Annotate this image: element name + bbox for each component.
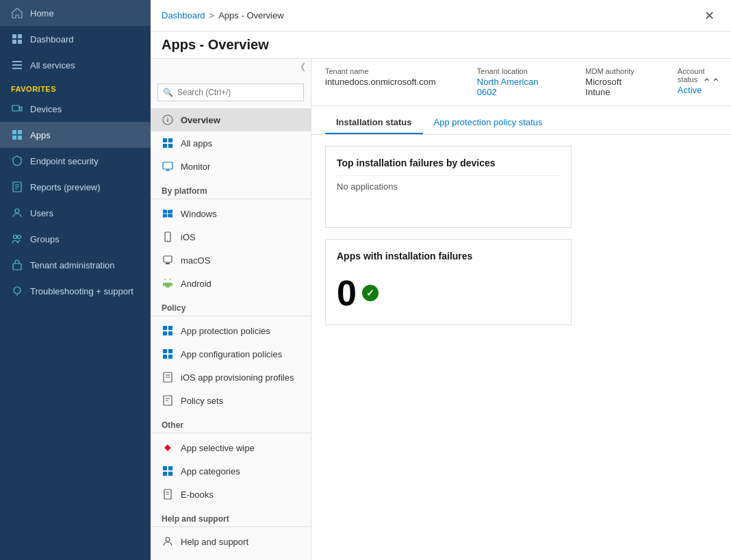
sidebar-item-app-protection[interactable]: App protection policies — [151, 319, 311, 342]
svg-point-17 — [15, 209, 19, 213]
devices-icon — [11, 103, 23, 115]
app-categories-icon — [162, 465, 174, 477]
svg-rect-62 — [163, 472, 167, 476]
grid-icon — [162, 137, 174, 149]
svg-rect-50 — [163, 349, 167, 353]
sidebar-item-app-categories[interactable]: App categories — [151, 459, 311, 483]
nav-item-home[interactable]: Home — [0, 0, 151, 26]
svg-rect-46 — [163, 326, 167, 330]
left-nav: Home Dashboard All services FAVORITES De… — [0, 0, 151, 560]
windows-icon — [162, 207, 174, 220]
svg-rect-1 — [18, 34, 22, 38]
sidebar-item-monitor[interactable]: Monitor — [151, 155, 311, 178]
help-support-label: Help and support — [151, 506, 311, 527]
breadcrumb-separator: > — [209, 10, 215, 21]
monitor-icon — [162, 160, 174, 173]
nav-item-troubleshooting[interactable]: Troubleshooting + support — [0, 278, 151, 304]
svg-line-43 — [170, 279, 171, 280]
svg-rect-6 — [12, 68, 22, 69]
svg-marker-35 — [168, 214, 172, 218]
app-config-icon — [162, 348, 174, 360]
info-icon — [162, 114, 174, 126]
tabs: Installation status App protection polic… — [311, 112, 731, 135]
svg-rect-38 — [164, 256, 172, 262]
svg-marker-32 — [163, 209, 167, 214]
person-icon — [162, 535, 174, 548]
sidebar-item-policy-sets[interactable]: Policy sets — [151, 389, 311, 412]
tenant-name-label: Tenant name — [325, 67, 436, 75]
mdm-authority-value: Microsoft Intune — [585, 77, 637, 97]
wipe-icon — [162, 442, 174, 454]
svg-rect-49 — [168, 331, 172, 335]
sidebar-item-app-config[interactable]: App configuration policies — [151, 342, 311, 366]
sidebar-item-app-selective-wipe[interactable]: App selective wipe — [151, 436, 311, 459]
list-icon — [11, 59, 23, 71]
breadcrumb: Dashboard > Apps - Overview — [162, 10, 284, 21]
nav-item-groups[interactable]: Groups — [0, 226, 151, 252]
svg-rect-5 — [12, 64, 22, 66]
top-bar: Dashboard > Apps - Overview ✕ — [151, 0, 731, 31]
mdm-authority-group: MDM authority Microsoft Intune — [585, 67, 637, 97]
sidebar-item-all-apps[interactable]: All apps — [151, 131, 311, 155]
svg-rect-45 — [168, 285, 170, 288]
collapse-info-button[interactable]: ⌃⌃ — [702, 76, 720, 89]
sidebar-item-macos[interactable]: macOS — [151, 249, 311, 272]
tenant-icon — [11, 259, 23, 271]
nav-item-endpoint-security[interactable]: Endpoint security — [0, 148, 151, 174]
breadcrumb-dashboard[interactable]: Dashboard — [162, 10, 205, 21]
svg-rect-63 — [168, 472, 172, 476]
tenant-location-group: Tenant location North American 0602 — [477, 67, 544, 97]
shield-icon — [11, 155, 23, 167]
close-button[interactable]: ✕ — [699, 5, 720, 26]
search-icon: 🔍 — [163, 88, 173, 97]
search-box: 🔍 — [157, 84, 304, 101]
tenant-location-value[interactable]: North American 0602 — [477, 77, 544, 97]
sidebar-item-windows[interactable]: Windows — [151, 202, 311, 225]
tab-installation-status[interactable]: Installation status — [325, 112, 423, 134]
sidebar-item-android[interactable]: Android — [151, 272, 311, 295]
nav-item-devices[interactable]: Devices — [0, 96, 151, 122]
svg-rect-8 — [20, 107, 22, 111]
tenant-name-group: Tenant name intunedocs.onmicrosoft.com — [325, 67, 436, 97]
breadcrumb-current: Apps - Overview — [218, 10, 283, 21]
nav-item-tenant-admin[interactable]: Tenant administration — [0, 252, 151, 278]
groups-icon — [11, 233, 23, 245]
svg-rect-47 — [168, 326, 172, 330]
card-apps-failures-title: Apps with installation failures — [337, 251, 560, 262]
card-top-failures-title: Top installation failures by devices — [337, 157, 560, 168]
sidebar-item-ios-provisioning[interactable]: iOS app provisioning profiles — [151, 366, 311, 389]
macos-icon — [162, 254, 174, 266]
svg-point-67 — [166, 537, 170, 542]
collapse-sidebar-button[interactable]: 《 — [296, 62, 305, 74]
svg-rect-11 — [12, 136, 16, 140]
dashboard-icon — [11, 33, 23, 45]
svg-rect-61 — [168, 466, 172, 470]
svg-rect-60 — [163, 466, 167, 470]
nav-item-all-services[interactable]: All services — [0, 52, 151, 78]
svg-rect-3 — [18, 40, 22, 44]
svg-point-18 — [14, 236, 17, 239]
svg-rect-27 — [163, 144, 167, 148]
nav-item-users[interactable]: Users — [0, 200, 151, 226]
svg-rect-0 — [12, 34, 16, 38]
nav-item-apps[interactable]: Apps — [0, 122, 151, 148]
tab-app-protection[interactable]: App protection policy status — [423, 112, 554, 134]
svg-rect-12 — [18, 136, 22, 140]
sidebar-item-help-support[interactable]: Help and support — [151, 530, 311, 553]
by-platform-label: By platform — [151, 178, 311, 199]
sidebar-item-ebooks[interactable]: E-books — [151, 483, 311, 506]
svg-rect-26 — [168, 138, 172, 142]
svg-rect-2 — [12, 40, 16, 44]
card-top-failures: Top installation failures by devices No … — [325, 146, 572, 228]
sidebar-item-overview[interactable]: Overview — [151, 108, 311, 131]
top-bar-right: ✕ — [699, 5, 720, 26]
nav-item-dashboard[interactable]: Dashboard — [0, 26, 151, 52]
policy-sets-icon — [162, 394, 174, 407]
search-input[interactable] — [157, 84, 304, 101]
sidebar-item-ios[interactable]: iOS — [151, 225, 311, 249]
svg-rect-41 — [171, 283, 172, 286]
ios-provisioning-icon — [162, 371, 174, 383]
nav-item-reports[interactable]: Reports (preview) — [0, 174, 151, 200]
content-area: 《 🔍 Overview All apps — [151, 59, 731, 560]
svg-rect-39 — [166, 263, 170, 264]
